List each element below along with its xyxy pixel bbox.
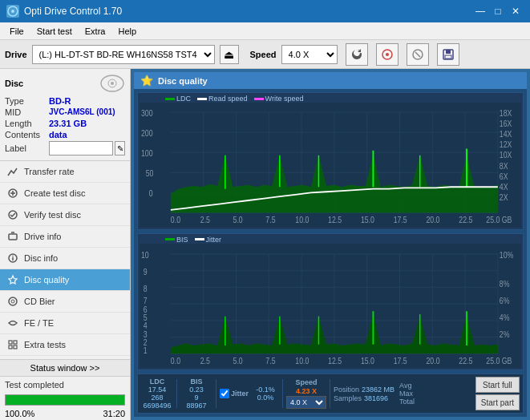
save-button[interactable] xyxy=(437,43,459,66)
ldc-header: LDC xyxy=(150,378,165,386)
menu-start-test[interactable]: Start test xyxy=(30,25,79,38)
samples-value: 381696 xyxy=(364,394,388,402)
svg-point-11 xyxy=(111,82,114,85)
sidebar-item-disc-quality[interactable]: Disc quality xyxy=(0,269,130,291)
disc-label-edit-button[interactable]: ✎ xyxy=(115,141,125,155)
svg-rect-7 xyxy=(446,50,451,54)
menu-file[interactable]: File xyxy=(3,25,30,38)
create-test-disc-label: Create test disc xyxy=(24,188,85,198)
status-window-button[interactable]: Status window >> xyxy=(0,360,130,377)
disc-type-field: Type BD-R xyxy=(5,96,125,106)
ldc-legend-color xyxy=(165,98,175,100)
eject-button[interactable]: ⏏ xyxy=(220,45,239,64)
stats-divider-2 xyxy=(216,379,216,408)
read-speed-legend-color xyxy=(197,98,207,100)
position-value: 23862 MB xyxy=(362,386,394,394)
svg-text:4X: 4X xyxy=(500,182,508,192)
transfer-rate-label: Transfer rate xyxy=(24,167,75,176)
disc-info-label: Disc info xyxy=(24,253,58,263)
disc-label-input[interactable] xyxy=(49,141,113,155)
jitter-legend: Jitter xyxy=(195,236,222,244)
disc-length-label: Length xyxy=(5,119,49,128)
svg-text:0.0: 0.0 xyxy=(171,215,181,224)
disc-info-icon xyxy=(6,252,19,265)
disc-length-field: Length 23.31 GB xyxy=(5,119,125,128)
svg-text:0: 0 xyxy=(149,188,153,198)
erase-button[interactable] xyxy=(407,43,429,66)
burn-button[interactable] xyxy=(376,43,399,66)
sidebar-item-disc-info[interactable]: Disc info xyxy=(0,248,130,269)
drive-info-icon xyxy=(6,230,19,243)
total-label: Total xyxy=(399,398,417,406)
sidebar-item-create-test-disc[interactable]: Create test disc xyxy=(0,183,130,204)
stats-divider-3 xyxy=(282,379,283,408)
svg-text:16X: 16X xyxy=(500,119,512,128)
sidebar-item-cd-bier[interactable]: CD Bier xyxy=(0,291,130,313)
svg-rect-24 xyxy=(9,341,12,344)
drive-info-label: Drive info xyxy=(24,232,61,241)
svg-text:15.0: 15.0 xyxy=(361,215,374,224)
status-bar: Status window >> Test completed 100.0% 3… xyxy=(0,359,130,420)
sidebar-item-transfer-rate[interactable]: Transfer rate xyxy=(0,161,130,183)
panel-header: ⭐ Disc quality xyxy=(134,72,527,89)
top-chart-area: 300 200 100 50 0 18X 16X 14X 12X 10X 8X xyxy=(140,103,521,228)
position-label: Position xyxy=(334,386,359,394)
svg-text:20.0: 20.0 xyxy=(426,215,439,224)
menu-extra[interactable]: Extra xyxy=(79,25,112,38)
sidebar-item-fe-te[interactable]: FE / TE xyxy=(0,313,130,334)
sidebar-item-extra-tests[interactable]: Extra tests xyxy=(0,334,130,356)
fe-te-icon xyxy=(6,317,19,329)
disc-mid-label: MID xyxy=(5,107,49,117)
stats-divider-4 xyxy=(330,379,330,408)
start-full-button[interactable]: Start full xyxy=(475,377,520,393)
svg-line-5 xyxy=(415,52,420,57)
avg-ldc: 17.54 xyxy=(148,386,167,394)
bottom-chart-area: 10 9 8 7 6 5 4 3 2 1 10% 8% xyxy=(140,244,521,369)
svg-text:2.5: 2.5 xyxy=(200,215,211,224)
total-ldc: 6698496 xyxy=(143,402,171,410)
window-controls: — □ ✕ xyxy=(472,3,524,19)
stats-row: LDC 17.54 268 6698496 BIS 0.23 9 88967 xyxy=(137,374,524,414)
svg-rect-8 xyxy=(445,55,451,59)
jitter-legend-label: Jitter xyxy=(206,236,222,244)
svg-rect-27 xyxy=(14,345,17,349)
avg-label: Avg xyxy=(399,382,417,390)
disc-contents-value: data xyxy=(49,130,67,139)
disc-title: Disc xyxy=(5,79,23,88)
close-button[interactable]: ✕ xyxy=(508,3,524,19)
svg-rect-26 xyxy=(9,345,12,349)
svg-text:7.5: 7.5 xyxy=(265,215,276,224)
sidebar-item-drive-info[interactable]: Drive info xyxy=(0,226,130,248)
drive-label: Drive xyxy=(5,50,27,59)
svg-text:17.5: 17.5 xyxy=(394,215,407,224)
svg-text:12X: 12X xyxy=(500,139,512,149)
minimize-button[interactable]: — xyxy=(472,3,488,19)
start-part-button[interactable]: Start part xyxy=(475,394,520,410)
disc-panel-icon xyxy=(99,74,125,93)
jitter-check-row: Jitter xyxy=(220,389,249,398)
position-row: Position 23862 MB xyxy=(334,386,394,394)
speed-select[interactable]: 4.0 X xyxy=(281,45,338,64)
write-speed-legend: Write speed xyxy=(254,95,304,103)
svg-text:1: 1 xyxy=(144,345,148,355)
sidebar-item-verify-test-disc[interactable]: Verify test disc xyxy=(0,204,130,226)
panel-title: Disc quality xyxy=(158,76,208,86)
svg-text:4%: 4% xyxy=(500,312,510,321)
svg-text:8X: 8X xyxy=(500,161,508,171)
speed-stats-select[interactable]: 4.0 X xyxy=(286,396,326,409)
svg-text:6X: 6X xyxy=(500,172,508,181)
maximize-button[interactable]: □ xyxy=(490,3,506,19)
drive-bar: Drive (L:) HL-DT-ST BD-RE WH16NS58 TST4 … xyxy=(0,40,530,69)
verify-test-disc-icon xyxy=(6,208,19,221)
menu-help[interactable]: Help xyxy=(111,25,143,38)
svg-text:8%: 8% xyxy=(500,279,510,289)
jitter-checkbox[interactable] xyxy=(220,389,229,398)
bis-stats: BIS 0.23 9 88967 xyxy=(180,378,212,410)
svg-text:9: 9 xyxy=(144,266,148,276)
disc-type-label: Type xyxy=(5,96,49,106)
drive-select[interactable]: (L:) HL-DT-ST BD-RE WH16NS58 TST4 xyxy=(32,45,215,64)
menu-bar: File Start test Extra Help xyxy=(0,22,530,40)
cd-bier-label: CD Bier xyxy=(24,297,55,306)
refresh-button[interactable] xyxy=(346,43,368,66)
app-icon xyxy=(6,5,19,18)
